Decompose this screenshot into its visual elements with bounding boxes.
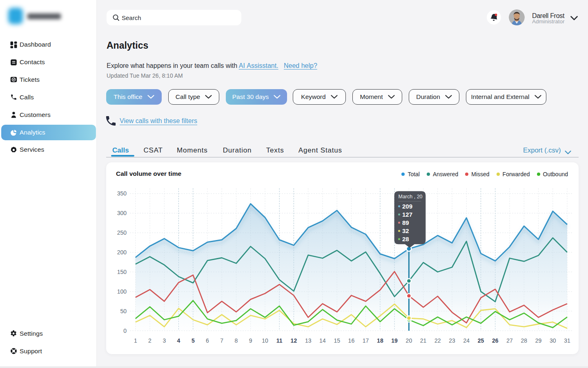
svg-text:16: 16 <box>348 337 355 344</box>
svg-text:2: 2 <box>148 337 151 344</box>
svg-text:3: 3 <box>163 337 166 344</box>
svg-text:17: 17 <box>363 337 369 344</box>
svg-text:150: 150 <box>117 269 127 275</box>
svg-text:31: 31 <box>564 337 570 344</box>
svg-text:209: 209 <box>402 203 412 210</box>
svg-text:12: 12 <box>291 337 297 344</box>
svg-text:March , 20: March , 20 <box>399 194 423 200</box>
svg-text:127: 127 <box>402 211 412 218</box>
svg-text:24: 24 <box>463 337 470 344</box>
svg-text:250: 250 <box>117 229 127 236</box>
svg-text:300: 300 <box>117 210 127 216</box>
svg-text:6: 6 <box>206 337 209 344</box>
svg-text:28: 28 <box>521 337 528 344</box>
svg-text:10: 10 <box>262 337 268 344</box>
svg-text:5: 5 <box>192 337 195 344</box>
svg-text:14: 14 <box>319 337 326 344</box>
svg-text:13: 13 <box>305 337 312 344</box>
svg-text:50: 50 <box>120 308 127 314</box>
svg-text:28: 28 <box>402 236 409 242</box>
svg-text:25: 25 <box>478 337 484 344</box>
svg-text:350: 350 <box>117 190 127 197</box>
svg-text:1: 1 <box>134 337 137 344</box>
svg-text:18: 18 <box>377 337 383 344</box>
svg-text:23: 23 <box>449 337 455 344</box>
svg-text:20: 20 <box>406 337 412 344</box>
svg-text:8: 8 <box>235 337 238 344</box>
svg-text:4: 4 <box>177 337 180 344</box>
svg-text:100: 100 <box>117 288 127 295</box>
svg-text:9: 9 <box>249 337 252 344</box>
svg-text:26: 26 <box>492 337 499 344</box>
svg-text:19: 19 <box>391 337 398 344</box>
svg-text:11: 11 <box>276 337 283 344</box>
svg-text:0: 0 <box>123 328 127 334</box>
svg-text:89: 89 <box>402 219 409 226</box>
svg-text:22: 22 <box>434 337 441 344</box>
svg-text:27: 27 <box>506 337 513 344</box>
svg-text:32: 32 <box>402 227 409 234</box>
svg-text:15: 15 <box>334 337 340 344</box>
svg-text:29: 29 <box>535 337 542 344</box>
svg-text:30: 30 <box>550 337 556 344</box>
svg-text:200: 200 <box>117 249 127 256</box>
svg-text:7: 7 <box>220 337 223 344</box>
svg-text:21: 21 <box>420 337 427 344</box>
